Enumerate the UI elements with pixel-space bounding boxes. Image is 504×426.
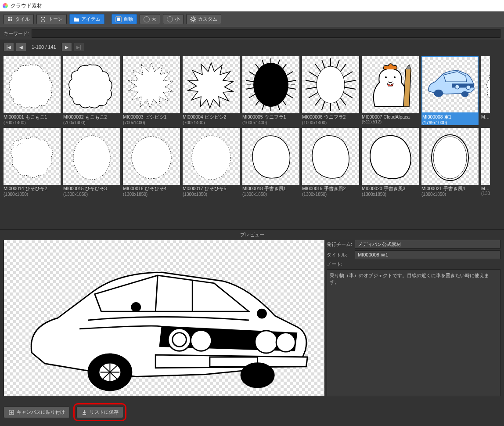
- thumb-MI000014[interactable]: MI000014 ひそひそ2(1300x1850): [4, 128, 61, 197]
- window-title: クラウド素材: [11, 2, 42, 10]
- thumb-MI000006[interactable]: MI000006 ウニフラ2(1000x1400): [302, 56, 359, 125]
- title-field[interactable]: [355, 250, 500, 259]
- thumb-MI000_more2[interactable]: MI00(1300: [481, 128, 490, 197]
- thumb-MI000003[interactable]: MI000003 ビシビシ1(700x1400): [123, 56, 180, 125]
- save-highlight: リストに保存: [73, 403, 126, 421]
- thumb-MI000017[interactable]: MI000017 ひそひそ5(1300x1850): [183, 128, 240, 197]
- pager: |◀ ◀ 1-100 / 141 ▶ ▶|: [0, 40, 504, 54]
- team-label: 発行チーム:: [327, 241, 353, 248]
- svg-line-16: [191, 21, 192, 22]
- note-text: 乗り物（車）のオブジェクトです。目線の近くに車を置きたい時に使えます。: [327, 269, 500, 396]
- radio-large-icon: [144, 16, 150, 22]
- thumb-MI000001[interactable]: MI000001 もこもこ1(700x1400): [4, 56, 61, 125]
- svg-point-33: [241, 363, 274, 387]
- svg-rect-2: [8, 19, 10, 21]
- svg-rect-0: [8, 17, 10, 18]
- item-label: アイテム: [81, 16, 101, 22]
- prev-page-button[interactable]: ◀: [16, 42, 26, 52]
- svg-point-21: [173, 333, 187, 347]
- save-to-list-button[interactable]: リストに保存: [76, 406, 123, 418]
- thumb-MI000002[interactable]: MI000002 もこもこ2(700x1400): [63, 56, 120, 125]
- team-field[interactable]: [355, 240, 500, 249]
- thumb-label: MI000006 ウニフラ2: [302, 114, 359, 120]
- thumb-label: MI000007 CloudAlpaca: [362, 114, 419, 119]
- size-small-button[interactable]: 小: [163, 14, 184, 24]
- svg-rect-3: [11, 19, 12, 21]
- thumb-label: MI000014 ひそひそ2: [4, 186, 61, 192]
- thumb-dims: (700x1400): [63, 120, 120, 125]
- radio-auto-icon: [115, 16, 122, 22]
- keyword-label: キーワード:: [4, 30, 29, 37]
- svg-point-24: [276, 333, 295, 352]
- size-custom-button[interactable]: カスタム: [186, 14, 221, 24]
- svg-point-8: [44, 20, 45, 22]
- paste-label: キャンバスに貼り付け: [17, 409, 65, 415]
- thumb-label: MI000005 ウニフラ1: [242, 114, 299, 120]
- small-label: 小: [175, 16, 180, 22]
- thumb-label: MI000017 ひそひそ5: [183, 186, 240, 192]
- thumb-MI000015[interactable]: MI000015 ひそひそ3(1300x1850): [63, 128, 120, 197]
- thumb-image: [123, 128, 180, 185]
- thumb-MI000008[interactable]: MI000008 車1(1769x1000): [421, 56, 479, 125]
- tile-icon: [7, 16, 14, 22]
- keyword-input[interactable]: [32, 29, 500, 38]
- thumb-image: [481, 56, 490, 113]
- thumb-image: [481, 128, 490, 185]
- thumb-dims: (1300: [481, 191, 490, 196]
- tone-label: トーン: [48, 16, 63, 22]
- last-page-button[interactable]: ▶|: [74, 42, 84, 52]
- size-auto-button[interactable]: 自動: [112, 14, 137, 24]
- preview-meta: 発行チーム: タイトル: ノート: 乗り物（車）のオブジェクトです。目線の近くに…: [327, 240, 500, 396]
- titlebar: クラウド素材: [0, 0, 504, 11]
- thumb-MI000020[interactable]: MI000020 手書き風3(1300x1850): [362, 128, 419, 197]
- asset-grid: MI000001 もこもこ1(700x1400)MI000002 もこもこ2(7…: [0, 54, 504, 229]
- note-label: ノート:: [327, 261, 353, 267]
- thumb-dims: (1300x1850): [4, 192, 61, 197]
- thumb-dims: (700x1400): [183, 120, 240, 125]
- thumb-label: MI000018 手書き風1: [242, 186, 299, 192]
- radio-small-icon: [167, 16, 173, 22]
- thumb-MI000007[interactable]: MI000007 CloudAlpaca(512x512): [362, 56, 419, 125]
- download-icon: [81, 409, 87, 415]
- thumb-MI000021[interactable]: MI000021 手書き風4(1300x1850): [421, 128, 479, 197]
- svg-rect-1: [11, 17, 12, 18]
- thumb-label: MI000002 もこもこ2: [63, 114, 120, 120]
- preview-header: プレビュー: [4, 230, 500, 240]
- thumb-label: MI000016 ひそひそ4: [123, 186, 180, 192]
- thumb-MI000019[interactable]: MI000019 手書き風2(1300x1850): [302, 128, 359, 197]
- thumb-image: [242, 128, 299, 185]
- svg-point-9: [192, 18, 194, 21]
- thumb-MI000004[interactable]: MI000004 ビシビシ2(700x1400): [183, 56, 240, 125]
- thumb-image: [4, 128, 61, 185]
- thumb-MI000_more1[interactable]: MI00: [481, 56, 490, 125]
- paste-to-canvas-button[interactable]: キャンバスに貼り付け: [4, 406, 70, 418]
- thumb-image: [302, 56, 359, 113]
- thumb-MI000016[interactable]: MI000016 ひそひそ4(1300x1850): [123, 128, 180, 197]
- item-button[interactable]: アイテム: [69, 14, 104, 24]
- first-page-button[interactable]: |◀: [4, 42, 14, 52]
- thumb-label: MI000008 車1: [421, 114, 479, 120]
- custom-label: カスタム: [198, 16, 217, 22]
- tile-button[interactable]: タイル: [4, 14, 34, 24]
- tone-button[interactable]: トーン: [36, 14, 67, 24]
- svg-point-22: [191, 330, 211, 351]
- svg-line-17: [194, 17, 195, 18]
- svg-point-4: [41, 17, 43, 18]
- next-page-button[interactable]: ▶: [61, 42, 72, 52]
- thumb-dims: (1000x1400): [242, 120, 299, 125]
- thumb-MI000018[interactable]: MI000018 手書き風1(1300x1850): [242, 128, 299, 197]
- app-icon: [3, 3, 8, 8]
- thumb-dims: (1300x1850): [242, 192, 299, 197]
- footer: キャンバスに貼り付け リストに保存: [0, 400, 504, 425]
- thumb-label: MI000020 手書き風3: [362, 186, 419, 192]
- thumb-image: [421, 56, 479, 113]
- tone-icon: [40, 16, 47, 22]
- thumb-dims: (1300x1850): [123, 192, 180, 197]
- save-label: リストに保存: [90, 409, 119, 415]
- gear-icon: [190, 16, 196, 22]
- size-large-button[interactable]: 大: [140, 14, 160, 24]
- thumb-dims: (512x512): [362, 119, 419, 124]
- svg-point-34: [132, 303, 140, 311]
- thumb-dims: (1300x1850): [362, 192, 419, 197]
- thumb-MI000005[interactable]: MI000005 ウニフラ1(1000x1400): [242, 56, 299, 125]
